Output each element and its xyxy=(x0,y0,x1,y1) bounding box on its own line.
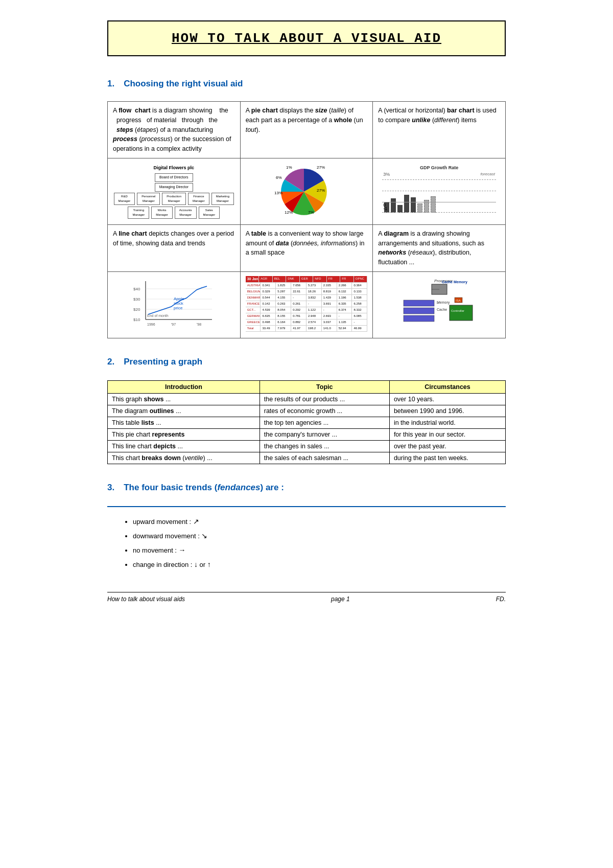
table-row: This table lists ... the top ten agencie… xyxy=(108,417,506,428)
circ-4: for this year in our sector. xyxy=(389,428,505,440)
whole-bold: whole xyxy=(334,117,352,124)
topic-1: the results of our products ... xyxy=(260,393,389,405)
main-title: HOW TO TALK ABOUT A VISUAL AID xyxy=(113,31,500,46)
svg-text:Cache: Cache xyxy=(437,308,447,311)
circ-5: over the past year. xyxy=(389,440,505,452)
table-image: 30 Jan 2003 AGR BEL DNK GER NFD FR FR OP… xyxy=(246,276,368,332)
size-bold: size xyxy=(315,107,327,114)
flow-chart-image: Digital Flowers plc Board of Directors M… xyxy=(113,163,235,219)
topic-2: rates of economic growth ... xyxy=(260,405,389,417)
svg-text:1%: 1% xyxy=(286,165,292,170)
svg-text:Controller: Controller xyxy=(451,309,464,312)
footer-center: page 1 xyxy=(331,596,350,603)
topic-5: the changes in sales ... xyxy=(260,440,389,452)
svg-text:27%: 27% xyxy=(317,188,325,193)
visual-aids-table: A flow chart is a diagram showing the pr… xyxy=(107,101,506,338)
line-chart-image-cell: $40 $30 $20 $10 1996 '97 '98 Apple stock xyxy=(108,271,241,338)
data-bold: data xyxy=(276,240,289,247)
svg-text:'97: '97 xyxy=(171,323,176,326)
arrow-change-1: ↓ xyxy=(194,560,198,568)
svg-text:$40: $40 xyxy=(133,287,140,291)
svg-text:ISA: ISA xyxy=(456,299,461,302)
pie-chart-bold: pie chart xyxy=(251,107,278,114)
flow-chart-text: A flow chart is a diagram showing the pr… xyxy=(108,102,241,158)
networks-bold: networks xyxy=(378,249,406,256)
pie-chart-image-cell: 27% 27% 7% 12% 13% 6% 1% xyxy=(240,158,373,224)
intro-6: This chart breaks down (ventile) ... xyxy=(108,452,260,464)
list-item: upward movement : ↗ xyxy=(133,514,506,529)
table-row: This pie chart represents the company's … xyxy=(108,428,506,440)
svg-rect-31 xyxy=(450,305,473,321)
section-3: 3. The four basic trends (fendances) are… xyxy=(107,478,506,572)
processus-italic: processus xyxy=(142,135,171,143)
bar-chart-image-cell: GDP Growth Rate 3% forecast xyxy=(373,158,506,224)
svg-text:6%: 6% xyxy=(276,175,282,180)
svg-text:End of month: End of month xyxy=(147,314,169,317)
svg-text:$20: $20 xyxy=(133,307,140,312)
svg-text:Cache Memory: Cache Memory xyxy=(442,280,467,284)
section-1-number: 1. xyxy=(107,79,114,89)
section-1-heading: Choosing the right visual aid xyxy=(124,79,243,89)
diagram-image-cell: Processor Cache Memory Memory Cache xyxy=(373,271,506,338)
intro-1: This graph shows ... xyxy=(108,393,260,405)
svg-rect-28 xyxy=(404,315,434,322)
circ-3: in the industrial world. xyxy=(389,417,505,428)
unlike-bold: unlike xyxy=(412,117,430,124)
presenting-graph-table: Introduction Topic Circumstances This gr… xyxy=(107,380,506,464)
table-row: This chart breaks down (ventile) ... the… xyxy=(108,452,506,464)
bar-chart-image: GDP Growth Rate 3% forecast xyxy=(378,163,500,219)
bar-chart-bold: bar chart xyxy=(447,107,475,114)
diagram-image: Processor Cache Memory Memory Cache xyxy=(378,276,500,332)
section-3-line xyxy=(107,506,506,507)
section-3-number: 3. xyxy=(107,483,114,493)
etapes-italic: étapes xyxy=(137,126,156,133)
diagram-text: A diagram is a drawing showing arrangeme… xyxy=(373,224,506,271)
pie-chart-text: A pie chart displays the size (taille) o… xyxy=(240,102,373,158)
topic-4: the company's turnover ... xyxy=(260,428,389,440)
pie-chart-svg: 27% 27% 7% 12% 13% 6% 1% xyxy=(273,164,340,217)
different-italic: different xyxy=(434,117,457,124)
circ-1: over 10 years. xyxy=(389,393,505,405)
tout-italic: tout xyxy=(246,126,256,133)
svg-text:$10: $10 xyxy=(133,317,140,322)
svg-text:12%: 12% xyxy=(285,210,293,215)
footer-right: FD. xyxy=(496,596,506,603)
svg-text:1996: 1996 xyxy=(147,323,155,326)
visual-aids-image-row-1: Digital Flowers plc Board of Directors M… xyxy=(108,158,506,224)
svg-text:'98: '98 xyxy=(197,323,201,326)
table-row: This graph shows ... the results of our … xyxy=(108,393,506,405)
line-chart-svg: $40 $30 $20 $10 1996 '97 '98 Apple stock xyxy=(133,279,215,330)
arrow-right: → xyxy=(179,546,186,554)
circ-2: between 1990 and 1996. xyxy=(389,405,505,417)
list-item: downward movement : ↘ xyxy=(133,529,506,543)
visual-aids-image-row-2: $40 $30 $20 $10 1996 '97 '98 Apple stock xyxy=(108,271,506,338)
svg-rect-26 xyxy=(404,300,434,306)
footer: How to talk about visual aids page 1 FD. xyxy=(107,592,506,603)
table-row: The diagram outlines ... rates of econom… xyxy=(108,405,506,417)
pie-chart-image: 27% 27% 7% 12% 13% 6% 1% xyxy=(246,163,368,219)
diagram-bold: diagram xyxy=(384,230,409,237)
svg-rect-27 xyxy=(404,308,434,314)
intro-5: This line chart depicts ... xyxy=(108,440,260,452)
section-2-heading: Presenting a graph xyxy=(124,357,202,367)
section-3-heading: The four basic trends (fendances) are : xyxy=(124,483,284,493)
bar-chart-text: A (vertical or horizontal) bar chart is … xyxy=(373,102,506,158)
process-bold: process xyxy=(113,135,137,143)
section-2: 2. Presenting a graph Introduction Topic… xyxy=(107,353,506,464)
trends-list: upward movement : ↗ downward movement : … xyxy=(133,514,506,572)
taille-italic: taille xyxy=(331,107,344,114)
svg-text:7%: 7% xyxy=(308,210,314,215)
table-bold: table xyxy=(251,230,266,237)
flow-chart-bold: flow chart xyxy=(119,107,151,114)
arrow-change-2: ↑ xyxy=(207,560,211,568)
svg-text:price: price xyxy=(174,306,183,310)
arrow-down: ↘ xyxy=(201,532,207,540)
svg-text:$30: $30 xyxy=(133,297,140,302)
title-box: HOW TO TALK ABOUT A VISUAL AID xyxy=(107,20,506,56)
col-introduction: Introduction xyxy=(108,380,260,393)
line-chart-bold: line chart xyxy=(119,230,147,237)
topic-6: the sales of each salesman ... xyxy=(260,452,389,464)
intro-3: This table lists ... xyxy=(108,417,260,428)
visual-aids-text-row-2: A line chart depicts changes over a peri… xyxy=(108,224,506,271)
section-1: 1. Choosing the right visual aid A flow … xyxy=(107,75,506,338)
